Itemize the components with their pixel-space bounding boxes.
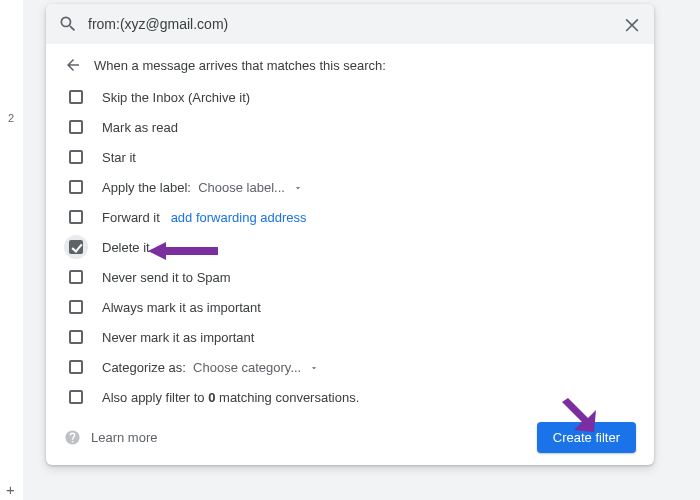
option-categorize[interactable]: Categorize as: Choose category... bbox=[64, 352, 636, 382]
option-label: Always mark it as important bbox=[102, 300, 261, 315]
add-forwarding-link[interactable]: add forwarding address bbox=[171, 210, 307, 225]
checkbox[interactable] bbox=[64, 145, 88, 169]
close-icon[interactable] bbox=[622, 14, 642, 34]
filter-dialog: from:(xyz@gmail.com) When a message arri… bbox=[46, 4, 654, 465]
checkbox[interactable] bbox=[64, 265, 88, 289]
option-label: Categorize as: Choose category... bbox=[102, 360, 319, 375]
checkbox[interactable] bbox=[64, 175, 88, 199]
back-arrow-icon[interactable] bbox=[64, 56, 82, 74]
option-label: Never send it to Spam bbox=[102, 270, 231, 285]
option-label: Mark as read bbox=[102, 120, 178, 135]
option-label: Never mark it as important bbox=[102, 330, 254, 345]
checkbox[interactable] bbox=[64, 325, 88, 349]
option-always-important[interactable]: Always mark it as important bbox=[64, 292, 636, 322]
gutter-plus[interactable]: + bbox=[6, 481, 15, 498]
footer-row: Learn more Create filter bbox=[46, 412, 654, 453]
checkbox[interactable] bbox=[64, 295, 88, 319]
option-label: Also apply filter to 0 matching conversa… bbox=[102, 390, 359, 405]
checkbox[interactable] bbox=[64, 385, 88, 409]
help-icon bbox=[64, 429, 81, 446]
category-dropdown[interactable]: Choose category... bbox=[189, 360, 318, 375]
categorize-text: Categorize as: bbox=[102, 360, 186, 375]
checkbox[interactable] bbox=[64, 205, 88, 229]
option-delete[interactable]: Delete it bbox=[64, 232, 636, 262]
learn-more-link[interactable]: Learn more bbox=[64, 429, 157, 446]
option-label: Forward it add forwarding address bbox=[102, 210, 307, 225]
option-label: Star it bbox=[102, 150, 136, 165]
label-text: Apply the label: bbox=[102, 180, 191, 195]
option-label: Skip the Inbox (Archive it) bbox=[102, 90, 250, 105]
left-gutter: 2 + bbox=[0, 0, 24, 500]
option-skip-inbox[interactable]: Skip the Inbox (Archive it) bbox=[64, 82, 636, 112]
checkbox[interactable] bbox=[64, 85, 88, 109]
checkbox[interactable] bbox=[64, 235, 88, 259]
search-icon[interactable] bbox=[58, 14, 78, 34]
option-never-important[interactable]: Never mark it as important bbox=[64, 322, 636, 352]
option-also-apply[interactable]: Also apply filter to 0 matching conversa… bbox=[64, 382, 636, 412]
chevron-down-icon bbox=[293, 183, 303, 193]
option-mark-read[interactable]: Mark as read bbox=[64, 112, 636, 142]
chevron-down-icon bbox=[309, 363, 319, 373]
dialog-title: When a message arrives that matches this… bbox=[94, 58, 386, 73]
checkbox[interactable] bbox=[64, 355, 88, 379]
create-filter-button[interactable]: Create filter bbox=[537, 422, 636, 453]
checkbox[interactable] bbox=[64, 115, 88, 139]
option-label: Delete it bbox=[102, 240, 150, 255]
label-dropdown[interactable]: Choose label... bbox=[195, 180, 303, 195]
option-star[interactable]: Star it bbox=[64, 142, 636, 172]
option-list: Skip the Inbox (Archive it) Mark as read… bbox=[46, 82, 654, 412]
option-apply-label[interactable]: Apply the label: Choose label... bbox=[64, 172, 636, 202]
header-row: When a message arrives that matches this… bbox=[46, 44, 654, 82]
learn-more-text: Learn more bbox=[91, 430, 157, 445]
gutter-number: 2 bbox=[8, 112, 14, 124]
option-forward[interactable]: Forward it add forwarding address bbox=[64, 202, 636, 232]
search-query[interactable]: from:(xyz@gmail.com) bbox=[88, 16, 612, 32]
option-never-spam[interactable]: Never send it to Spam bbox=[64, 262, 636, 292]
search-bar: from:(xyz@gmail.com) bbox=[46, 4, 654, 44]
option-label: Apply the label: Choose label... bbox=[102, 180, 303, 195]
forward-text: Forward it bbox=[102, 210, 160, 225]
